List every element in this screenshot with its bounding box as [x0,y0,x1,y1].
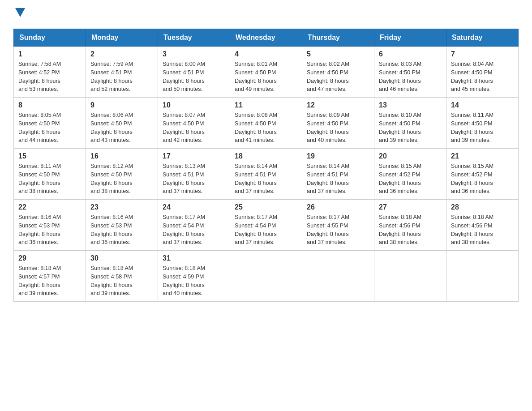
cell-day-number: 12 [307,101,369,109]
cell-day-number: 13 [379,101,442,109]
cell-info: Sunrise: 8:18 AMSunset: 4:59 PMDaylight:… [163,264,225,298]
calendar-cell: 12Sunrise: 8:09 AMSunset: 4:50 PMDayligh… [302,98,374,149]
calendar-cell: 17Sunrise: 8:13 AMSunset: 4:51 PMDayligh… [158,149,230,200]
cell-day-number: 2 [90,50,153,58]
cell-info: Sunrise: 8:01 AMSunset: 4:50 PMDaylight:… [235,60,297,94]
cell-info: Sunrise: 8:11 AMSunset: 4:50 PMDaylight:… [451,111,514,145]
cell-day-number: 29 [18,254,81,262]
cell-info: Sunrise: 8:04 AMSunset: 4:50 PMDaylight:… [451,60,514,94]
cell-day-number: 5 [307,50,369,58]
calendar-cell: 19Sunrise: 8:14 AMSunset: 4:51 PMDayligh… [302,149,374,200]
cell-day-number: 22 [18,203,81,211]
calendar-cell [230,251,302,302]
weekday-header-friday: Friday [374,29,446,47]
calendar-cell: 24Sunrise: 8:17 AMSunset: 4:54 PMDayligh… [158,200,230,251]
cell-day-number: 16 [90,152,153,160]
cell-day-number: 15 [18,152,81,160]
cell-info: Sunrise: 8:12 AMSunset: 4:50 PMDaylight:… [90,162,153,196]
weekday-header-sunday: Sunday [14,29,86,47]
weekday-header-monday: Monday [86,29,158,47]
cell-day-number: 31 [163,254,225,262]
page-header [13,9,519,20]
calendar-week-row: 1Sunrise: 7:58 AMSunset: 4:52 PMDaylight… [14,47,519,98]
calendar-cell: 2Sunrise: 7:59 AMSunset: 4:51 PMDaylight… [86,47,158,98]
cell-info: Sunrise: 8:15 AMSunset: 4:52 PMDaylight:… [451,162,514,196]
cell-day-number: 28 [451,203,514,211]
cell-day-number: 8 [18,101,81,109]
cell-info: Sunrise: 8:06 AMSunset: 4:50 PMDaylight:… [90,111,153,145]
cell-day-number: 3 [163,50,225,58]
calendar-cell: 30Sunrise: 8:18 AMSunset: 4:58 PMDayligh… [86,251,158,302]
cell-day-number: 9 [90,101,153,109]
cell-info: Sunrise: 8:08 AMSunset: 4:50 PMDaylight:… [235,111,297,145]
cell-day-number: 7 [451,50,514,58]
weekday-header-thursday: Thursday [302,29,374,47]
cell-day-number: 17 [163,152,225,160]
calendar-cell: 28Sunrise: 8:18 AMSunset: 4:56 PMDayligh… [446,200,519,251]
cell-info: Sunrise: 8:16 AMSunset: 4:53 PMDaylight:… [18,213,81,247]
cell-info: Sunrise: 8:18 AMSunset: 4:56 PMDaylight:… [451,213,514,247]
cell-info: Sunrise: 8:02 AMSunset: 4:50 PMDaylight:… [307,60,369,94]
cell-day-number: 27 [379,203,442,211]
cell-day-number: 14 [451,101,514,109]
calendar-cell: 9Sunrise: 8:06 AMSunset: 4:50 PMDaylight… [86,98,158,149]
cell-info: Sunrise: 8:05 AMSunset: 4:50 PMDaylight:… [18,111,81,145]
calendar-week-row: 29Sunrise: 8:18 AMSunset: 4:57 PMDayligh… [14,251,519,302]
weekday-header-wednesday: Wednesday [230,29,302,47]
calendar-cell: 31Sunrise: 8:18 AMSunset: 4:59 PMDayligh… [158,251,230,302]
calendar-cell: 26Sunrise: 8:17 AMSunset: 4:55 PMDayligh… [302,200,374,251]
calendar-cell: 10Sunrise: 8:07 AMSunset: 4:50 PMDayligh… [158,98,230,149]
cell-day-number: 11 [235,101,297,109]
cell-info: Sunrise: 8:13 AMSunset: 4:51 PMDaylight:… [163,162,225,196]
calendar-cell: 22Sunrise: 8:16 AMSunset: 4:53 PMDayligh… [14,200,86,251]
cell-info: Sunrise: 7:59 AMSunset: 4:51 PMDaylight:… [90,60,153,94]
calendar-week-row: 15Sunrise: 8:11 AMSunset: 4:50 PMDayligh… [14,149,519,200]
cell-day-number: 23 [90,203,153,211]
cell-day-number: 4 [235,50,297,58]
cell-info: Sunrise: 8:17 AMSunset: 4:54 PMDaylight:… [163,213,225,247]
cell-day-number: 20 [379,152,442,160]
cell-info: Sunrise: 8:18 AMSunset: 4:57 PMDaylight:… [18,264,81,298]
cell-info: Sunrise: 7:58 AMSunset: 4:52 PMDaylight:… [18,60,81,94]
calendar-cell: 4Sunrise: 8:01 AMSunset: 4:50 PMDaylight… [230,47,302,98]
calendar-table: SundayMondayTuesdayWednesdayThursdayFrid… [13,29,519,302]
cell-info: Sunrise: 8:14 AMSunset: 4:51 PMDaylight:… [307,162,369,196]
calendar-cell: 6Sunrise: 8:03 AMSunset: 4:50 PMDaylight… [374,47,446,98]
cell-day-number: 6 [379,50,442,58]
cell-info: Sunrise: 8:11 AMSunset: 4:50 PMDaylight:… [18,162,81,196]
cell-info: Sunrise: 8:17 AMSunset: 4:55 PMDaylight:… [307,213,369,247]
cell-info: Sunrise: 8:14 AMSunset: 4:51 PMDaylight:… [235,162,297,196]
calendar-cell: 5Sunrise: 8:02 AMSunset: 4:50 PMDaylight… [302,47,374,98]
calendar-week-row: 22Sunrise: 8:16 AMSunset: 4:53 PMDayligh… [14,200,519,251]
cell-day-number: 30 [90,254,153,262]
cell-info: Sunrise: 8:10 AMSunset: 4:50 PMDaylight:… [379,111,442,145]
calendar-cell: 7Sunrise: 8:04 AMSunset: 4:50 PMDaylight… [446,47,519,98]
logo [13,9,25,20]
calendar-cell [302,251,374,302]
cell-info: Sunrise: 8:18 AMSunset: 4:56 PMDaylight:… [379,213,442,247]
cell-info: Sunrise: 8:00 AMSunset: 4:51 PMDaylight:… [163,60,225,94]
cell-info: Sunrise: 8:17 AMSunset: 4:54 PMDaylight:… [235,213,297,247]
calendar-cell: 3Sunrise: 8:00 AMSunset: 4:51 PMDaylight… [158,47,230,98]
calendar-cell: 11Sunrise: 8:08 AMSunset: 4:50 PMDayligh… [230,98,302,149]
logo-triangle-icon [15,8,25,17]
cell-day-number: 24 [163,203,225,211]
calendar-cell [446,251,519,302]
calendar-cell: 8Sunrise: 8:05 AMSunset: 4:50 PMDaylight… [14,98,86,149]
cell-info: Sunrise: 8:15 AMSunset: 4:52 PMDaylight:… [379,162,442,196]
cell-info: Sunrise: 8:09 AMSunset: 4:50 PMDaylight:… [307,111,369,145]
cell-info: Sunrise: 8:03 AMSunset: 4:50 PMDaylight:… [379,60,442,94]
calendar-cell: 1Sunrise: 7:58 AMSunset: 4:52 PMDaylight… [14,47,86,98]
calendar-cell: 21Sunrise: 8:15 AMSunset: 4:52 PMDayligh… [446,149,519,200]
cell-info: Sunrise: 8:16 AMSunset: 4:53 PMDaylight:… [90,213,153,247]
calendar-header-row: SundayMondayTuesdayWednesdayThursdayFrid… [14,29,519,47]
calendar-cell: 16Sunrise: 8:12 AMSunset: 4:50 PMDayligh… [86,149,158,200]
cell-day-number: 21 [451,152,514,160]
calendar-cell: 14Sunrise: 8:11 AMSunset: 4:50 PMDayligh… [446,98,519,149]
svg-marker-0 [15,8,25,17]
calendar-cell: 13Sunrise: 8:10 AMSunset: 4:50 PMDayligh… [374,98,446,149]
weekday-header-saturday: Saturday [446,29,519,47]
cell-info: Sunrise: 8:07 AMSunset: 4:50 PMDaylight:… [163,111,225,145]
calendar-cell: 29Sunrise: 8:18 AMSunset: 4:57 PMDayligh… [14,251,86,302]
weekday-header-tuesday: Tuesday [158,29,230,47]
